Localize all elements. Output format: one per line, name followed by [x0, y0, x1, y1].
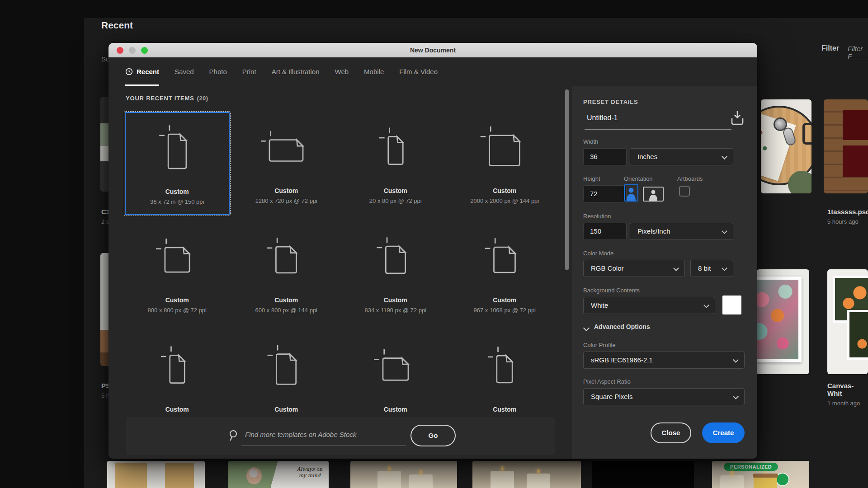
preset-spec: 600 x 800 px @ 144 ppi: [234, 307, 339, 314]
bit-depth-value: 8 bit: [698, 264, 711, 272]
orientation-landscape-button[interactable]: [643, 187, 664, 202]
document-name-underline: [585, 129, 731, 130]
file-thumbnail-poppies[interactable]: [827, 269, 868, 374]
adobe-stock-search-bar: Find more templates on Adobe Stock Go: [126, 417, 555, 455]
script-line: my mind: [297, 473, 323, 479]
tab-film-video[interactable]: Film & Video: [399, 57, 438, 86]
width-value: 36: [590, 153, 598, 160]
artboards-label: Artboards: [677, 175, 703, 182]
chevron-down-icon: [673, 265, 679, 271]
recent-preset-item[interactable]: Custom2000 x 2000 px @ 144 ppi: [453, 112, 557, 215]
resolution-input[interactable]: 150: [583, 223, 627, 240]
pixel-aspect-ratio-select[interactable]: Square Pixels: [583, 388, 745, 405]
tab-mobile[interactable]: Mobile: [364, 57, 384, 86]
width-input[interactable]: 36: [583, 148, 627, 165]
recent-preset-item[interactable]: Custom36 x 72 in @ 150 ppi: [125, 112, 230, 215]
document-name-input[interactable]: Untitled-1: [587, 114, 618, 122]
orientation-portrait-button[interactable]: [624, 184, 638, 202]
height-input[interactable]: 72: [583, 185, 627, 202]
preset-details-header: PRESET DETAILS: [583, 99, 638, 105]
abstract-painting-image: [756, 277, 802, 362]
resolution-unit-value: Pixels/Inch: [637, 227, 670, 235]
background-color-swatch[interactable]: [722, 296, 741, 314]
recent-preset-item[interactable]: Custom1280 x 720 px @ 72 ppi: [234, 112, 339, 215]
preset-name: Custom: [343, 406, 448, 413]
tab-label: Web: [335, 68, 349, 75]
file-thumbnail-candles[interactable]: [350, 461, 457, 488]
file-thumbnail-candles[interactable]: [472, 461, 581, 488]
label-swatch-image: [165, 463, 194, 488]
go-button[interactable]: Go: [410, 425, 456, 446]
preset-name: Custom: [453, 187, 557, 194]
candle-image: [527, 474, 550, 488]
recent-preset-item[interactable]: Custom800 x 800 px @ 72 ppi: [125, 221, 230, 324]
preset-spec: 1280 x 720 px @ 72 ppi: [234, 197, 339, 205]
search-icon: [227, 429, 240, 444]
preset-details-panel: PRESET DETAILS Untitled-1 Width 36 Inche…: [572, 86, 757, 459]
file-meta: Canvas-Whit 1 month ago: [827, 382, 868, 407]
tab-art-illustration[interactable]: Art & Illustration: [272, 57, 320, 86]
tab-print[interactable]: Print: [242, 57, 256, 86]
recent-items-title: YOUR RECENT ITEMS: [126, 95, 194, 102]
stock-search-input[interactable]: Find more templates on Adobe Stock: [245, 431, 356, 438]
file-meta: 1tasssss.psd 5 hours ago: [827, 208, 868, 225]
recent-items-header: YOUR RECENT ITEMS(20): [126, 95, 208, 102]
preset-spec: 2000 x 2000 px @ 144 ppi: [453, 197, 557, 205]
color-profile-select[interactable]: sRGB IEC61966-2.1: [583, 352, 745, 369]
scrollbar-thumb[interactable]: [565, 89, 569, 270]
candle-image: [720, 475, 744, 488]
dialog-tabs: RecentSavedPhotoPrintArt & IllustrationW…: [108, 57, 757, 86]
advanced-options-toggle[interactable]: Advanced Options: [594, 323, 650, 330]
close-traffic-light[interactable]: [117, 47, 123, 54]
recent-preset-item[interactable]: Custom967 x 1068 px @ 72 ppi: [453, 221, 557, 324]
preset-name: Custom: [126, 188, 229, 195]
color-mode-select[interactable]: RGB Color: [583, 260, 685, 277]
recent-preset-item[interactable]: Custom20 x 80 px @ 72 ppi: [343, 112, 448, 215]
tab-label: Film & Video: [399, 68, 438, 75]
portrait-person-icon: [625, 186, 637, 201]
chevron-down-icon: [703, 302, 709, 308]
red-frame-image: [843, 145, 868, 177]
home-recent-heading: Recent: [101, 20, 133, 31]
tab-photo[interactable]: Photo: [209, 57, 227, 86]
file-name: 1tasssss.psd: [827, 208, 868, 216]
width-unit-select[interactable]: Inches: [630, 148, 733, 165]
save-preset-button[interactable]: [730, 110, 746, 127]
dialog-titlebar[interactable]: New Document: [108, 43, 757, 57]
preset-spec: 20 x 80 px @ 72 ppi: [343, 197, 448, 205]
dialog-title: New Document: [108, 43, 757, 57]
create-button[interactable]: Create: [702, 422, 745, 443]
close-button[interactable]: Close: [651, 422, 691, 443]
script-line: Always on: [297, 466, 323, 473]
file-thumbnail-wood-frames[interactable]: [824, 99, 868, 193]
bit-depth-select[interactable]: 8 bit: [690, 260, 733, 277]
tray-handle-image: [802, 123, 811, 145]
height-label: Height: [583, 175, 600, 182]
orientation-label: Orientation: [624, 175, 653, 182]
minimize-traffic-light[interactable]: [129, 47, 136, 54]
dialog-body: RecentSavedPhotoPrintArt & IllustrationW…: [108, 57, 757, 459]
script-caption: Always on my mind: [297, 466, 323, 479]
recent-items-grid: Custom36 x 72 in @ 150 ppiCustom1280 x 7…: [125, 112, 557, 434]
preset-name: Custom: [453, 406, 557, 413]
document-preset-icon: [453, 117, 557, 184]
tab-web[interactable]: Web: [335, 57, 349, 86]
tab-saved[interactable]: Saved: [175, 57, 194, 86]
tab-label: Mobile: [364, 68, 384, 75]
file-thumbnail-labels[interactable]: [107, 461, 205, 488]
file-thumbnail-personalized-candles[interactable]: PERSONALIZED: [712, 461, 809, 488]
file-thumbnail-black[interactable]: [592, 461, 694, 488]
recent-preset-item[interactable]: Custom834 x 1190 px @ 72 ppi: [343, 221, 448, 324]
file-thumbnail-cutting-board[interactable]: [761, 99, 811, 193]
zoom-traffic-light[interactable]: [141, 47, 148, 54]
preset-name: Custom: [234, 187, 339, 194]
artboards-checkbox[interactable]: [679, 186, 690, 197]
resolution-unit-select[interactable]: Pixels/Inch: [630, 223, 733, 240]
color-mode-value: RGB Color: [591, 264, 624, 272]
tab-recent[interactable]: Recent: [125, 57, 159, 86]
recent-preset-item[interactable]: Custom600 x 800 px @ 144 ppi: [234, 221, 339, 324]
file-thumbnail-framed-painting[interactable]: [756, 269, 809, 374]
preset-name: Custom: [453, 296, 557, 304]
file-thumbnail-memorial-card[interactable]: Always on my mind: [228, 461, 329, 488]
background-contents-select[interactable]: White: [583, 297, 715, 314]
